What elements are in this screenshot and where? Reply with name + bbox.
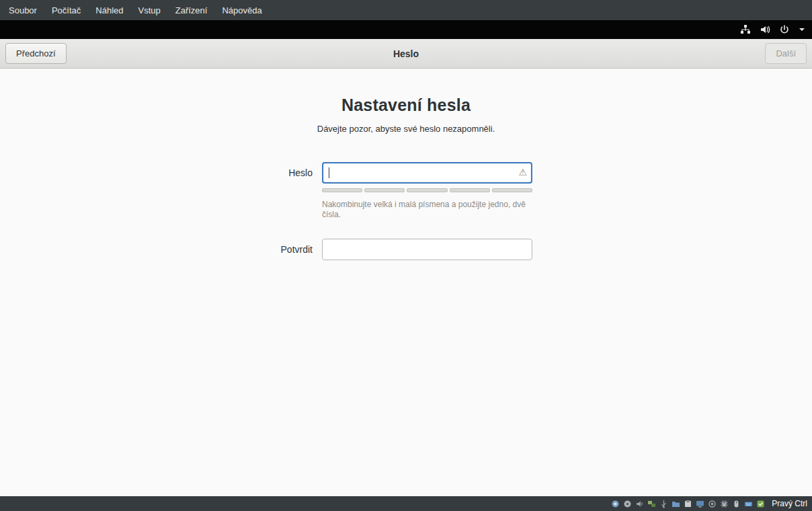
main-content: Nastavení hesla Dávejte pozor, abyste sv… (0, 69, 812, 496)
mouse-icon[interactable] (732, 500, 741, 508)
chevron-down-icon[interactable] (799, 26, 805, 33)
menu-soubor[interactable]: Soubor (1, 1, 44, 20)
svg-text:V: V (723, 502, 726, 506)
features-icon[interactable]: V (720, 500, 729, 508)
menu-nahled[interactable]: Náhled (88, 1, 130, 20)
strength-segment (492, 188, 532, 192)
spacer (192, 220, 532, 239)
strength-segment (407, 188, 447, 192)
clipboard-icon[interactable] (684, 500, 692, 508)
password-hint: Nakombinujte velká i malá písmena a použ… (322, 200, 530, 220)
vbox-menubar: Soubor Počítač Náhled Vstup Zařízení Náp… (0, 0, 812, 20)
menu-zarizeni[interactable]: Zařízení (168, 1, 215, 20)
volume-icon[interactable] (760, 24, 770, 35)
shared-folders-icon[interactable] (672, 500, 680, 508)
password-entry-wrap: ⚠ (322, 162, 532, 184)
menu-pocitac[interactable]: Počítač (44, 1, 88, 20)
setup-subtitle: Dávejte pozor, abyste své heslo nezapomn… (0, 124, 812, 134)
menu-vstup[interactable]: Vstup (130, 1, 167, 20)
previous-button[interactable]: Předchozí (5, 43, 67, 64)
recording-icon[interactable] (708, 500, 717, 508)
host-key-label: Pravý Ctrl (772, 499, 807, 508)
warning-icon: ⚠ (518, 167, 527, 178)
page-title: Heslo (393, 48, 419, 59)
text-caret (329, 167, 329, 178)
network-icon[interactable] (740, 24, 751, 35)
vbox-statusbar: V Pravý Ctrl (0, 496, 812, 511)
password-strength-meter (322, 188, 532, 192)
strength-segment (322, 188, 362, 192)
strength-segment (450, 188, 490, 192)
host-state-icon[interactable] (756, 500, 765, 508)
network-icon[interactable] (647, 500, 656, 508)
next-button[interactable]: Další (765, 43, 807, 64)
display-icon[interactable] (696, 500, 704, 508)
password-label: Heslo (192, 167, 313, 178)
usb-icon[interactable] (659, 500, 668, 508)
hdd-icon[interactable] (611, 500, 620, 508)
keyboard-icon[interactable] (744, 500, 753, 508)
confirm-password-input[interactable] (322, 239, 532, 260)
cd-icon[interactable] (623, 500, 632, 508)
setup-title: Nastavení hesla (0, 69, 812, 115)
gnome-topbar (0, 20, 812, 39)
password-form: Heslo ⚠ Nakombinujte velká i malá písmen… (192, 162, 812, 260)
audio-icon[interactable] (635, 500, 644, 508)
headerbar: Předchozí Heslo Další (0, 39, 812, 69)
menu-napoveda[interactable]: Nápověda (214, 1, 269, 20)
strength-segment (364, 188, 405, 192)
confirm-label: Potvrdit (192, 244, 313, 255)
power-icon[interactable] (779, 24, 790, 35)
password-input[interactable] (322, 162, 532, 184)
confirm-entry-wrap (322, 239, 532, 260)
